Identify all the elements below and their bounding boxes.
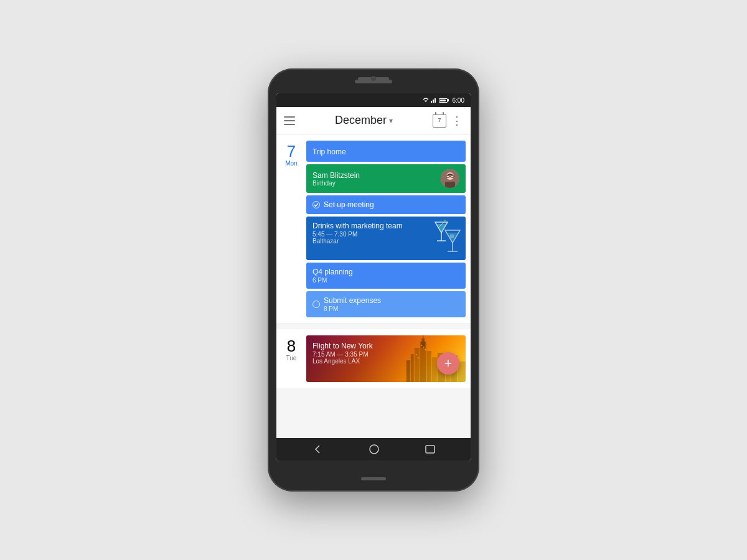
day-section-tuesday: 8 Tue [276, 329, 471, 388]
nav-back-button[interactable] [312, 444, 323, 455]
day-number-8: 8 [287, 338, 296, 354]
phone-screen: 6:00 December ▾ 7 ⋮ [276, 93, 471, 460]
set-up-meeting-title: Set up meeting [324, 200, 374, 209]
svg-rect-3 [435, 98, 436, 103]
drinks-time: 5:45 — 7:30 PM [312, 231, 459, 238]
status-bar: 6:00 [276, 93, 471, 107]
event-submit-expenses[interactable]: Submit expenses 8 PM [306, 291, 466, 317]
signal-icon [431, 98, 437, 103]
day-label-7: 7 Mon [281, 141, 301, 317]
more-options-icon[interactable]: ⋮ [451, 115, 463, 126]
calendar-content: 7 Mon Trip home Sam Blitzstein Birthday [276, 134, 471, 438]
day-label-8: 8 Tue [281, 335, 301, 382]
flight-time: 7:15 AM — 3:35 PM [312, 351, 459, 358]
back-icon [312, 444, 323, 455]
svg-point-10 [313, 202, 320, 208]
dropdown-arrow-icon: ▾ [389, 116, 393, 125]
svg-point-22 [313, 301, 320, 308]
phone-camera [371, 76, 376, 81]
svg-point-40 [370, 445, 378, 454]
event-trip-home[interactable]: Trip home [306, 141, 466, 162]
nav-bar [276, 438, 471, 460]
day-number-7: 7 [287, 143, 296, 159]
day-name-tuesday: Tue [286, 355, 297, 362]
drinks-location: Balthazar [312, 238, 459, 245]
event-sam-birthday[interactable]: Sam Blitzstein Birthday [306, 164, 466, 193]
event-flight-ny[interactable]: Flight to New York 7:15 AM — 3:35 PM Los… [306, 335, 466, 382]
svg-rect-6 [445, 182, 455, 188]
svg-marker-0 [424, 101, 427, 103]
svg-point-5 [446, 172, 454, 180]
drinks-title: Drinks with marketing team [312, 222, 459, 230]
menu-line-3 [284, 124, 295, 125]
svg-rect-2 [433, 100, 434, 103]
birthday-info: Sam Blitzstein Birthday [312, 171, 360, 187]
menu-line-1 [284, 116, 295, 118]
svg-rect-41 [426, 446, 435, 453]
wifi-icon [423, 98, 429, 103]
submit-expenses-info: Submit expenses 8 PM [324, 296, 381, 312]
submit-expenses-time: 8 PM [324, 306, 381, 312]
event-drinks-marketing[interactable]: Drinks with marketing team 5:45 — 7:30 P… [306, 217, 466, 260]
header-actions: 7 ⋮ [433, 114, 463, 128]
trip-home-title: Trip home [312, 147, 346, 156]
calendar-today-button[interactable]: 7 [433, 114, 446, 128]
event-q4-planning[interactable]: Q4 planning 6 PM [306, 263, 466, 289]
submit-expenses-title: Submit expenses [324, 296, 381, 305]
birthday-name: Sam Blitzstein [312, 171, 360, 180]
avatar-face [441, 169, 459, 188]
menu-line-2 [284, 120, 295, 121]
event-set-up-meeting[interactable]: Set up meeting [306, 195, 466, 214]
menu-icon[interactable] [284, 116, 295, 125]
flight-title: Flight to New York [312, 342, 459, 350]
recents-icon [425, 445, 435, 454]
app-header: December ▾ 7 ⋮ [276, 107, 471, 134]
svg-rect-1 [431, 101, 432, 103]
status-icons [423, 98, 448, 103]
day-section-monday: 7 Mon Trip home Sam Blitzstein Birthday [276, 134, 471, 324]
avatar-illustration [441, 169, 459, 188]
monday-events-list: Trip home Sam Blitzstein Birthday [306, 141, 466, 317]
q4-time: 6 PM [312, 277, 459, 284]
tuesday-events-list: Flight to New York 7:15 AM — 3:35 PM Los… [306, 335, 466, 382]
drinks-card-content: Drinks with marketing team 5:45 — 7:30 P… [312, 222, 459, 245]
phone-device: 6:00 December ▾ 7 ⋮ [268, 68, 479, 492]
home-icon [369, 444, 380, 455]
nav-home-button[interactable] [369, 444, 380, 455]
header-title[interactable]: December ▾ [295, 114, 433, 127]
birthday-type: Birthday [312, 180, 360, 187]
task-checkmark-icon [312, 201, 320, 208]
task-icon-submit [312, 301, 320, 308]
battery-fill [440, 100, 446, 101]
month-title: December [335, 114, 387, 127]
day-divider [276, 324, 471, 329]
calendar-day-number: 7 [438, 118, 441, 123]
fab-add-button[interactable]: + [437, 352, 459, 375]
status-time: 6:00 [453, 97, 464, 104]
day-name-monday: Mon [285, 160, 297, 167]
nav-recents-button[interactable] [425, 445, 435, 454]
battery-icon [439, 98, 448, 103]
q4-title: Q4 planning [312, 268, 459, 276]
birthday-avatar [441, 169, 459, 188]
